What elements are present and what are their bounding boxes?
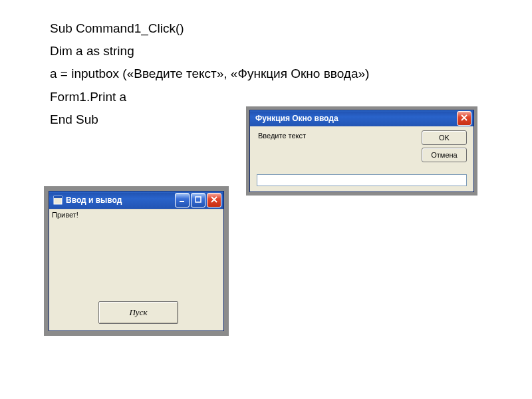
form-title: Ввод и вывод bbox=[66, 196, 175, 205]
code-line-4: Form1.Print a bbox=[50, 86, 369, 108]
maximize-button[interactable] bbox=[191, 193, 205, 207]
form-app-icon bbox=[53, 196, 63, 205]
maximize-icon bbox=[195, 196, 201, 205]
inputbox-body: Введите текст OK Отмена bbox=[250, 126, 473, 192]
code-line-1: Sub Command1_Click() bbox=[50, 17, 369, 40]
svg-rect-1 bbox=[54, 196, 62, 198]
form-screenshot-frame: Ввод и вывод bbox=[44, 186, 229, 336]
inputbox-titlebar[interactable]: Функция Окно ввода bbox=[250, 110, 473, 126]
minimize-icon bbox=[179, 196, 186, 205]
inputbox-text-field[interactable] bbox=[257, 174, 467, 186]
code-line-3: a = inputbox («Введите текст», «Функция … bbox=[50, 63, 369, 85]
inputbox-prompt: Введите текст bbox=[258, 132, 306, 140]
inputbox-screenshot-frame: Функция Окно ввода Введите текст OK Отме… bbox=[246, 106, 477, 196]
code-line-2: Dim a as string bbox=[50, 40, 369, 63]
svg-rect-2 bbox=[180, 201, 184, 202]
form-window: Ввод и вывод bbox=[49, 191, 224, 331]
close-icon bbox=[211, 196, 217, 205]
inputbox-window: Функция Окно ввода Введите текст OK Отме… bbox=[249, 110, 474, 192]
svg-rect-3 bbox=[196, 197, 201, 202]
form-titlebar[interactable]: Ввод и вывод bbox=[49, 192, 223, 209]
inputbox-title: Функция Окно ввода bbox=[255, 114, 457, 123]
printed-output: Привет! bbox=[52, 211, 78, 219]
form-client-area: Привет! Пуск bbox=[49, 209, 223, 331]
cancel-button[interactable]: Отмена bbox=[422, 148, 467, 162]
close-icon bbox=[461, 114, 467, 123]
minimize-button[interactable] bbox=[175, 193, 190, 207]
ok-button[interactable]: OK bbox=[422, 130, 467, 145]
form-close-button[interactable] bbox=[207, 193, 221, 207]
close-button[interactable] bbox=[457, 111, 471, 126]
launch-button[interactable]: Пуск bbox=[98, 301, 178, 324]
